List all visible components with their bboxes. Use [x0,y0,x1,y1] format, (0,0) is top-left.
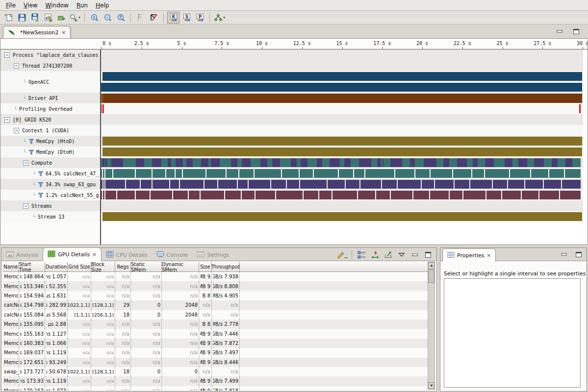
column-header-name[interactable]: Name [3,262,19,272]
process-colors-icon[interactable]: P [194,12,206,24]
compute-bar[interactable] [211,158,220,167]
tab-gpu-details[interactable]: GPU Details✕ [43,247,101,261]
compute-bar[interactable] [436,158,443,167]
kernel-bar[interactable] [189,191,200,199]
kernel-bar[interactable] [151,191,172,199]
kernel-bar[interactable] [136,191,150,199]
kernel-bar[interactable] [328,180,345,189]
compute-bar[interactable] [251,158,260,167]
compute-bar[interactable] [168,158,171,167]
new-session-icon[interactable] [2,12,15,24]
compute-bar[interactable] [183,158,186,167]
minimize-icon[interactable] [556,28,563,35]
kernel-bar[interactable] [485,169,509,178]
table-row[interactable]: Memcp155.163 ms1.127 msn/an/an/an/an/a9 … [3,329,429,338]
column-header-regs[interactable]: Regs [115,262,131,272]
collapse-icon[interactable] [23,203,28,209]
kernel-bar[interactable] [332,191,357,199]
kernel-bar[interactable] [360,180,381,189]
close-icon[interactable]: ✕ [487,253,491,258]
kernel-bar[interactable] [376,191,390,199]
goto-marker-icon[interactable] [148,12,160,24]
menu-help[interactable]: Help [92,1,113,10]
column-header-start-time[interactable]: Start Time [19,262,45,272]
collapse-icon[interactable] [4,52,10,58]
kernel-bar[interactable] [117,191,135,199]
compute-bar[interactable] [297,158,301,167]
save-all-icon[interactable] [29,12,41,24]
kernel-bar[interactable] [435,180,454,189]
fit-columns-icon[interactable] [369,249,381,261]
tree-row-memcpy-dtoh[interactable]: └MemCpy (DtoH) [0,147,100,157]
compute-bar[interactable] [201,158,208,167]
mark-range-icon[interactable] [134,12,147,24]
compute-bar[interactable] [272,158,280,167]
kernel-bar[interactable] [103,169,104,178]
compute-bar[interactable] [330,158,340,167]
compute-bar[interactable] [136,158,144,167]
compute-bar[interactable] [307,158,317,167]
stream-colors-icon[interactable]: S [180,12,193,24]
dropdown-caret-icon[interactable]: ▾ [223,16,225,20]
compute-bar[interactable] [527,158,534,167]
tree-row-driver-api[interactable]: └Driver API [0,93,100,103]
compute-bar[interactable] [220,158,231,167]
tree-row-context-1[interactable]: Context 1 (CUDA) [0,125,100,136]
table-scrollbar[interactable] [428,262,435,390]
kernel-bar[interactable] [105,180,125,189]
kernel-bar[interactable] [472,169,484,178]
compute-bar[interactable] [485,158,494,167]
kernel-bar[interactable] [249,180,270,189]
kernel-bar[interactable] [271,180,286,189]
kernel-bar[interactable] [136,169,152,178]
kernel-bar[interactable] [113,169,135,178]
edit-filter-icon[interactable] [336,249,348,261]
tree-row-compute[interactable]: Compute [0,157,100,168]
compute-bar[interactable] [449,158,457,167]
tree-splitter[interactable] [100,49,101,245]
kernel-bar[interactable] [502,191,521,199]
kernel-bar[interactable] [176,169,182,178]
filter-icon[interactable] [38,171,44,176]
close-icon[interactable]: ✕ [61,30,65,35]
kernel-bar[interactable] [153,169,165,178]
tab-properties[interactable]: Properties ✕ [442,248,496,262]
tree-row-memcpy-htod[interactable]: └MemCpy (HtoD) [0,136,100,147]
openacc-bar[interactable] [102,72,582,81]
compute-bar[interactable] [242,158,251,167]
kernel-bar[interactable] [395,169,414,178]
kernel-bar[interactable] [201,191,224,199]
tree-row-profiling[interactable]: └Profiling Overhead [0,103,100,114]
table-row[interactable]: Memcp173.93 ms1.119 msn/an/an/an/an/a9 M… [3,376,429,386]
compute-bar[interactable] [351,158,359,167]
compute-bar[interactable] [152,158,161,167]
kernel-bar[interactable] [255,169,281,178]
tree-row-kernel-calcnext47[interactable]: └64.5% calcNext_47_... [0,168,100,179]
kernel-bar[interactable] [430,191,449,199]
tab-settings[interactable]: Settings [192,248,233,261]
compute-bar[interactable] [291,158,297,167]
kernel-bar[interactable] [314,169,338,178]
tree-row-openacc[interactable]: └OpenACC [0,71,100,93]
table-row[interactable]: Memcp179.163 ms1.073 msn/an/an/an/an/a9 … [3,386,429,391]
table-row[interactable]: Memcp154.594 ms1.631 µsn/an/an/an/an/a8 … [3,291,429,300]
dropdown-caret-icon[interactable]: ▾ [78,16,80,20]
kernel-bar[interactable] [173,191,188,199]
search-dropdown-icon[interactable]: ▾ [69,12,81,24]
compute-bar[interactable] [377,158,381,167]
compute-bar[interactable] [231,158,237,167]
minimize-icon[interactable] [409,249,421,261]
compute-bar[interactable] [123,158,136,167]
zoom-in-icon[interactable] [88,12,101,24]
overhead-mark[interactable] [103,104,104,113]
kernel-bar[interactable] [398,180,421,189]
kernel-bar[interactable] [415,169,430,178]
kernel-bar[interactable] [539,191,559,199]
kernel-bar[interactable] [101,169,102,178]
tree-row-kernel-swap63[interactable]: └34.3% swap_63_gpu [0,179,100,190]
compute-bar[interactable] [176,158,183,167]
group-columns-icon[interactable] [356,249,368,261]
compute-bar[interactable] [467,158,473,167]
compute-bar[interactable] [317,158,322,167]
kernel-bar[interactable] [525,180,543,189]
